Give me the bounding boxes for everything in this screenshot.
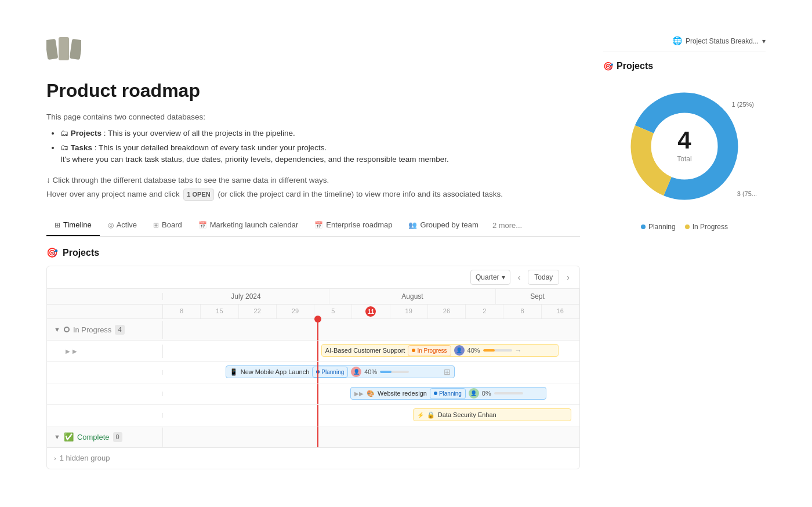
quarter-button[interactable]: Quarter ▾ xyxy=(470,270,510,285)
task-ai-bar[interactable]: AI-Based Customer Support In Progress 👤 … xyxy=(321,344,559,357)
chart-total-number: 4 xyxy=(677,128,691,153)
tasks-label: Tasks xyxy=(71,143,92,152)
timeline-area: Quarter ▾ ‹ Today › July 2024 August xyxy=(46,266,580,469)
date-29: 29 xyxy=(277,305,314,318)
legend-planning: Planning xyxy=(641,222,676,232)
legend-in-progress: In Progress xyxy=(685,222,728,232)
task-mobile-name: New Mobile App Launch xyxy=(241,367,310,377)
today-line-website xyxy=(317,383,318,404)
tab-timeline[interactable]: ⊞ Timeline xyxy=(46,215,100,237)
avatar-ai: 👤 xyxy=(454,345,465,356)
enterprise-icon: 📅 xyxy=(314,220,323,230)
task-ai-progress xyxy=(483,349,512,352)
today-dot xyxy=(314,316,321,323)
task-row-mobile[interactable]: 📱 New Mobile App Launch Planning 👤 40% xyxy=(47,362,579,383)
tab-active[interactable]: ◎ Active xyxy=(100,215,145,237)
section-header: 🎯 Projects xyxy=(46,246,580,260)
feature-list: 🗂 Projects : This is your overview of al… xyxy=(46,128,580,165)
date-26: 26 xyxy=(428,305,466,318)
prev-arrow[interactable]: ‹ xyxy=(515,270,524,285)
today-line xyxy=(317,319,318,340)
date-16: 16 xyxy=(542,305,579,318)
status-dot-ai xyxy=(412,349,415,352)
tab-marketing[interactable]: 📅 Marketing launch calendar xyxy=(190,215,306,237)
in-progress-count: 4 xyxy=(115,325,124,335)
collapse-arrow-in-progress[interactable]: ▼ xyxy=(54,325,60,335)
tab-enterprise[interactable]: 📅 Enterprise roadmap xyxy=(306,215,400,237)
widget-chevron: ▾ xyxy=(762,36,766,46)
date-15: 15 xyxy=(201,305,238,318)
task-security-bar[interactable]: ⚡ 🔒 Data Security Enhan xyxy=(413,408,571,421)
sidebar-title: 🎯 Projects xyxy=(603,59,766,73)
month-august: August xyxy=(329,289,496,304)
projects-desc: : This is your overview of all the proje… xyxy=(104,129,295,137)
hidden-group[interactable]: › 1 hidden group xyxy=(47,448,579,469)
task-ai-icon: ▶ xyxy=(66,347,70,356)
widget-header[interactable]: 🌐 Project Status Breakd... ▾ xyxy=(603,35,766,52)
date-8: 8 xyxy=(163,305,201,318)
legend-dot-planning xyxy=(641,224,646,229)
tab-enterprise-label: Enterprise roadmap xyxy=(326,219,392,231)
task-website-arrows: ▶▶ xyxy=(354,389,364,398)
group-complete[interactable]: ▼ ✅ Complete 0 xyxy=(47,426,579,448)
projects-section-icon: 🎯 xyxy=(46,246,58,260)
marketing-icon: 📅 xyxy=(198,220,207,230)
task-ai-arrow-end: → xyxy=(515,345,522,356)
grouped-icon: 👥 xyxy=(408,220,417,230)
task-mobile-fill xyxy=(380,371,392,373)
date-2: 2 xyxy=(466,305,503,318)
chart-label-bottom: 3 (75... xyxy=(737,189,757,199)
group-complete-label: ▼ ✅ Complete 0 xyxy=(47,428,163,447)
sidebar-title-icon: 🎯 xyxy=(603,60,613,73)
chevron-down-icon: ▾ xyxy=(502,272,505,283)
task-ai-timeline: AI-Based Customer Support In Progress 👤 … xyxy=(163,341,579,361)
tab-board[interactable]: ⊞ Board xyxy=(145,215,190,237)
page-title: Product roadmap xyxy=(46,77,580,104)
board-icon: ⊞ xyxy=(153,220,159,230)
timeline-controls: Quarter ▾ ‹ Today › xyxy=(47,266,579,289)
today-line-complete xyxy=(317,426,318,447)
collapse-arrow-complete[interactable]: ▼ xyxy=(54,432,60,442)
next-arrow[interactable]: › xyxy=(564,270,572,285)
task-mobile-icon: 📱 xyxy=(230,367,238,377)
task-mobile-expand[interactable]: ⊞ xyxy=(444,366,451,378)
tab-more-label: 2 more... xyxy=(492,221,522,230)
task-mobile-label xyxy=(47,370,163,375)
active-icon: ◎ xyxy=(108,220,114,230)
tab-board-label: Board xyxy=(162,219,182,231)
tab-grouped-label: Grouped by team xyxy=(420,219,478,231)
task-ai-name-bar: AI-Based Customer Support xyxy=(325,346,405,356)
task-row-website[interactable]: ▶▶ 🎨 Website redesign Planning 👤 0% xyxy=(47,383,579,405)
hint-hover: Hover over any project name and click 1 … xyxy=(46,189,580,201)
task-ai-fill xyxy=(483,349,495,352)
projects-icon: 🗂 xyxy=(60,129,68,137)
date-cols: 8 15 22 29 5 11 19 26 2 8 xyxy=(163,305,579,318)
page-description: This page contains two connected databas… xyxy=(46,111,580,123)
chart-center: 4 Total xyxy=(677,128,691,164)
avatar-mobile: 👤 xyxy=(351,367,361,377)
quarter-label: Quarter xyxy=(476,272,499,283)
task-website-bar[interactable]: ▶▶ 🎨 Website redesign Planning 👤 0% xyxy=(350,387,546,400)
task-ai-status: In Progress xyxy=(408,345,451,356)
group-in-progress[interactable]: ▼ In Progress 4 xyxy=(47,319,579,341)
month-july: July 2024 xyxy=(163,289,329,304)
task-mobile-progress xyxy=(380,371,409,373)
task-row-ai[interactable]: ▶ ▶ AI-Based Customer Support In Progres… xyxy=(47,341,579,362)
tasks-bullet: 🗂 Tasks : This is your detailed breakdow… xyxy=(60,142,580,166)
task-security-timeline: ⚡ 🔒 Data Security Enhan xyxy=(163,405,579,426)
chart-label-top: 1 (25%) xyxy=(731,100,754,110)
tab-grouped[interactable]: 👥 Grouped by team xyxy=(400,215,486,237)
task-row-security[interactable]: ⚡ 🔒 Data Security Enhan xyxy=(47,405,579,426)
tasks-icon: 🗂 xyxy=(60,143,68,152)
task-mobile-bar[interactable]: 📱 New Mobile App Launch Planning 👤 40% xyxy=(226,365,455,378)
tabs-bar: ⊞ Timeline ◎ Active ⊞ Board 📅 Marketing … xyxy=(46,215,580,237)
logo xyxy=(46,35,580,77)
task-website-pct: 0% xyxy=(482,389,491,399)
today-button[interactable]: Today xyxy=(528,270,559,285)
group-in-progress-label: ▼ In Progress 4 xyxy=(47,321,163,339)
date-spacer xyxy=(47,305,163,318)
tab-more[interactable]: 2 more... xyxy=(487,215,528,236)
svg-rect-2 xyxy=(70,39,81,60)
task-security-name: Data Security Enhan xyxy=(438,410,496,420)
task-ai-pct: 40% xyxy=(467,346,480,356)
